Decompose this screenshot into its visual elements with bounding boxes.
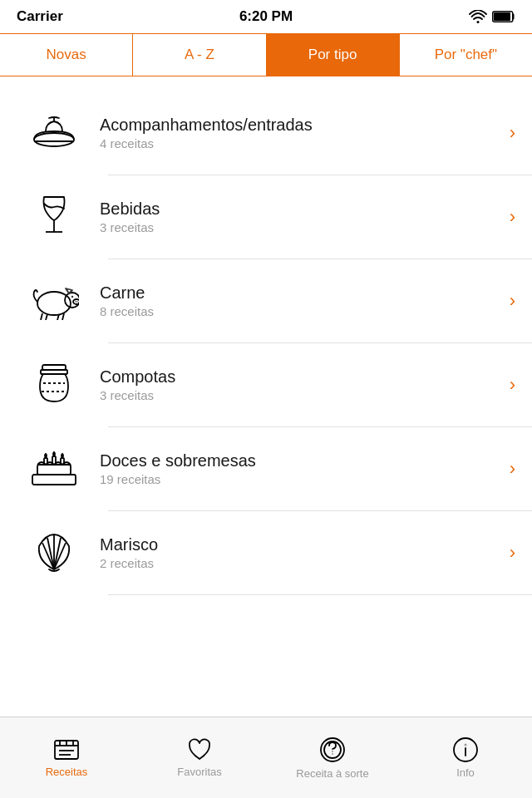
svg-rect-22	[32, 475, 76, 485]
receita-sorte-tab-icon	[318, 736, 347, 764]
svg-point-0	[477, 21, 480, 23]
list-item[interactable]: Acompanhamentos/entradas 4 receitas ›	[0, 91, 532, 175]
item-title: Doces e sobremesas	[100, 451, 510, 470]
list-item[interactable]: Doces e sobremesas 19 receitas ›	[0, 427, 532, 510]
time-label: 6:20 PM	[239, 8, 293, 25]
dish-icon	[17, 115, 91, 151]
chevron-icon: ›	[510, 458, 515, 480]
wine-icon	[17, 194, 91, 240]
tab-receita-sorte-label: Receita à sorte	[296, 767, 368, 780]
svg-point-13	[71, 296, 73, 298]
svg-point-42	[332, 753, 333, 755]
tab-receitas-label: Receitas	[46, 766, 88, 778]
svg-line-17	[62, 313, 64, 320]
svg-line-15	[46, 314, 47, 320]
tab-info-label: Info	[456, 766, 475, 779]
chevron-icon: ›	[510, 206, 515, 228]
item-title: Bebidas	[100, 200, 510, 219]
chevron-icon: ›	[510, 374, 515, 396]
list-item[interactable]: Carne 8 receitas ›	[0, 259, 532, 342]
top-spacer	[0, 76, 532, 91]
item-subtitle: 4 receitas	[100, 136, 510, 150]
carrier-label: Carrier	[17, 8, 63, 25]
item-title: Acompanhamentos/entradas	[100, 116, 510, 135]
svg-line-28	[47, 538, 54, 569]
svg-point-41	[332, 751, 333, 752]
segment-az[interactable]: A - Z	[133, 34, 266, 76]
item-content: Doces e sobremesas 19 receitas	[91, 451, 510, 486]
svg-line-30	[54, 538, 61, 569]
segment-portipo[interactable]: Por tipo	[267, 34, 400, 76]
segment-novas[interactable]: Novas	[0, 34, 133, 76]
svg-point-40	[324, 741, 341, 758]
segment-porchef[interactable]: Por "chef"	[400, 34, 532, 76]
item-subtitle: 2 receitas	[100, 556, 510, 570]
svg-rect-25	[52, 456, 56, 465]
item-subtitle: 3 receitas	[100, 388, 510, 402]
receitas-tab-icon	[52, 737, 81, 762]
tab-favoritas-label: Favoritas	[177, 766, 221, 778]
tab-info[interactable]: Info	[399, 717, 532, 798]
shell-icon	[17, 531, 91, 574]
info-tab-icon	[452, 736, 479, 763]
item-content: Marisco 2 receitas	[91, 535, 510, 570]
svg-point-11	[75, 301, 76, 303]
item-content: Carne 8 receitas	[91, 283, 510, 318]
item-content: Bebidas 3 receitas	[91, 200, 510, 234]
item-subtitle: 3 receitas	[100, 220, 510, 234]
jar-icon	[17, 362, 91, 408]
list-item[interactable]: Marisco 2 receitas ›	[0, 511, 532, 594]
category-list: Acompanhamentos/entradas 4 receitas › Be…	[0, 91, 532, 595]
tab-bar: Receitas Favoritas Receita à sorte Info	[0, 717, 532, 798]
chevron-icon: ›	[510, 290, 515, 312]
svg-rect-2	[494, 12, 510, 21]
tab-favoritas[interactable]: Favoritas	[133, 717, 266, 798]
list-item[interactable]: Compotas 3 receitas ›	[0, 343, 532, 426]
favoritas-tab-icon	[186, 737, 213, 762]
divider	[108, 594, 532, 595]
chevron-icon: ›	[510, 542, 515, 564]
svg-rect-23	[37, 465, 71, 475]
item-content: Compotas 3 receitas	[91, 367, 510, 402]
tab-receitas[interactable]: Receitas	[0, 717, 133, 798]
segment-control[interactable]: Novas A - Z Por tipo Por "chef"	[0, 33, 532, 76]
battery-icon	[492, 11, 515, 22]
list-item[interactable]: Bebidas 3 receitas ›	[0, 175, 532, 259]
svg-point-44	[465, 744, 467, 746]
status-bar: Carrier 6:20 PM	[0, 0, 532, 33]
svg-line-14	[41, 313, 42, 320]
wifi-icon	[469, 10, 487, 23]
item-title: Compotas	[100, 367, 510, 387]
cake-icon	[17, 450, 91, 488]
item-title: Marisco	[100, 535, 510, 554]
pig-icon	[17, 282, 91, 320]
tab-receita-sorte[interactable]: Receita à sorte	[266, 717, 399, 798]
item-content: Acompanhamentos/entradas 4 receitas	[91, 116, 510, 150]
item-subtitle: 8 receitas	[100, 304, 510, 318]
svg-point-12	[76, 301, 78, 303]
item-subtitle: 19 receitas	[100, 472, 510, 486]
chevron-icon: ›	[510, 122, 515, 144]
svg-point-3	[34, 133, 74, 146]
item-title: Carne	[100, 283, 510, 303]
svg-point-9	[65, 293, 79, 308]
status-icons	[469, 10, 515, 23]
